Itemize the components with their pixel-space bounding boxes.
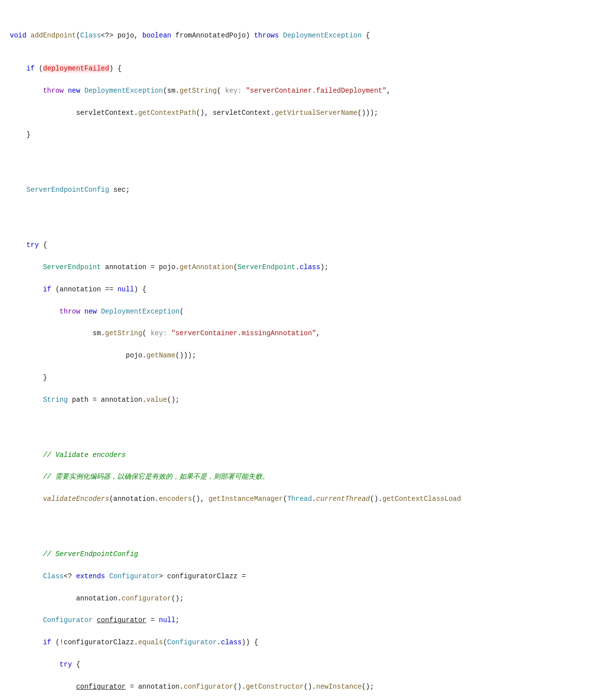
line-17 xyxy=(10,427,588,438)
line-9: try { xyxy=(10,240,588,250)
line-15: } xyxy=(10,372,588,383)
line-16: String path = annotation.value(); xyxy=(10,394,588,405)
line-13: sm.getString( key: "serverContainer.miss… xyxy=(10,328,588,339)
line-20: validateEncoders(annotation.encoders(), … xyxy=(10,493,588,504)
line-14: pojo.getName())); xyxy=(10,350,588,361)
line-24: annotation.configurator(); xyxy=(10,593,588,604)
line-10: ServerEndpoint annotation = pojo.getAnno… xyxy=(10,262,588,273)
line-7: ServerEndpointConfig sec; xyxy=(10,184,588,195)
line-27: try { xyxy=(10,659,588,670)
line-25: Configurator configurator = null; xyxy=(10,615,588,626)
line-21 xyxy=(10,526,588,537)
line-28: configurator = annotation.configurator()… xyxy=(10,681,588,692)
line-2: if (deploymentFailed) { xyxy=(10,63,588,74)
line-12: throw new DeploymentException( xyxy=(10,306,588,317)
line-19: // 需要实例化编码器，以确保它是有效的，如果不是，则部署可能失败。 xyxy=(10,471,588,482)
code-viewer: void addEndpoint(Class<?> pojo, boolean … xyxy=(10,8,588,700)
line-18: // Validate encoders xyxy=(10,450,588,460)
line-5: } xyxy=(10,129,588,140)
line-3: throw new DeploymentException(sm.getStri… xyxy=(10,85,588,96)
line-8 xyxy=(10,217,588,228)
line-11: if (annotation == null) { xyxy=(10,284,588,295)
line-1: void addEndpoint(Class<?> pojo, boolean … xyxy=(10,30,588,41)
line-23: Class<? extends Configurator> configurat… xyxy=(10,571,588,582)
line-4: servletContext.getContextPath(), servlet… xyxy=(10,107,588,118)
line-22: // ServerEndpointConfig xyxy=(10,549,588,560)
line-26: if (!configuratorClazz.equals(Configurat… xyxy=(10,637,588,648)
line-6 xyxy=(10,162,588,173)
